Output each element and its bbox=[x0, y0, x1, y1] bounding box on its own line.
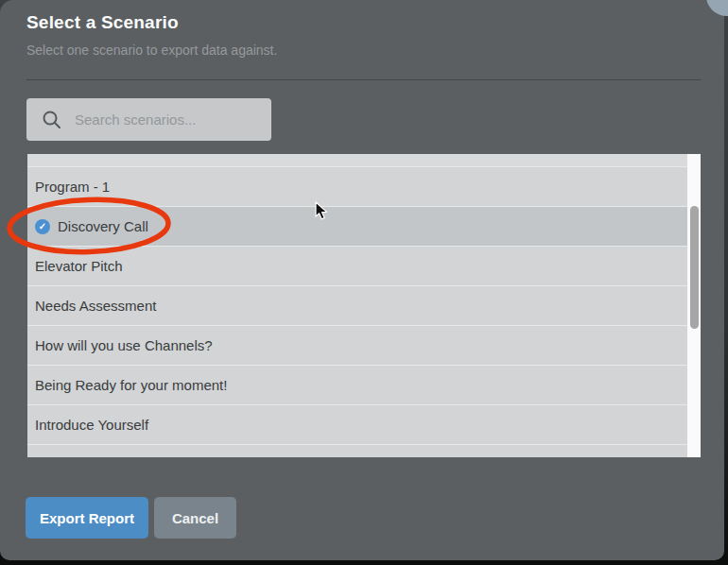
list-item[interactable]: Needs Assessment bbox=[27, 285, 687, 325]
list-item-label: How will you use Channels? bbox=[35, 337, 213, 353]
export-report-button[interactable]: Export Report bbox=[26, 497, 148, 539]
list-item[interactable]: Being Ready for your moment! bbox=[27, 365, 687, 404]
list-item[interactable]: ✓Discovery Call bbox=[27, 206, 687, 246]
scenario-rows: Program - 1✓Discovery CallElevator Pitch… bbox=[27, 154, 687, 457]
list-item[interactable]: Elevator Pitch bbox=[27, 246, 687, 285]
search-icon bbox=[42, 110, 62, 130]
search-input[interactable] bbox=[73, 111, 262, 128]
selected-check-icon: ✓ bbox=[35, 219, 50, 234]
partial-row-bottom bbox=[27, 444, 687, 457]
list-item-label: Elevator Pitch bbox=[35, 258, 123, 274]
list-item-label: Introduce Yourself bbox=[35, 417, 148, 433]
partial-row-top bbox=[27, 154, 687, 166]
list-item-label: Discovery Call bbox=[58, 218, 148, 234]
scrollbar-thumb[interactable] bbox=[690, 206, 699, 329]
header-divider bbox=[26, 79, 702, 80]
cancel-button[interactable]: Cancel bbox=[154, 497, 236, 539]
modal-title: Select a Scenario bbox=[26, 12, 179, 33]
screen: Select a Scenario Select one scenario to… bbox=[0, 0, 728, 565]
list-item[interactable]: Introduce Yourself bbox=[27, 404, 687, 444]
list-item[interactable]: Program - 1 bbox=[27, 166, 687, 206]
search-box[interactable] bbox=[26, 98, 271, 141]
modal-subtitle: Select one scenario to export data again… bbox=[26, 43, 277, 58]
list-item[interactable]: How will you use Channels? bbox=[27, 325, 687, 365]
list-item-label: Program - 1 bbox=[35, 179, 110, 195]
list-item-label: Being Ready for your moment! bbox=[35, 377, 227, 393]
select-scenario-modal: Select a Scenario Select one scenario to… bbox=[0, 0, 724, 560]
list-item-label: Needs Assessment bbox=[35, 298, 156, 314]
scenario-list[interactable]: Program - 1✓Discovery CallElevator Pitch… bbox=[27, 154, 701, 457]
scrollbar-track[interactable] bbox=[687, 154, 701, 457]
